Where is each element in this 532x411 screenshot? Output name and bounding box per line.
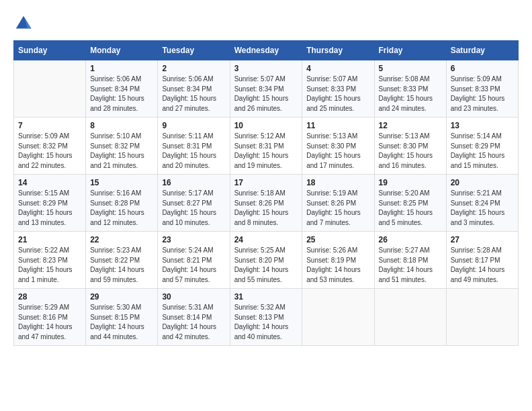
calendar-day-cell: 14Sunrise: 5:15 AM Sunset: 8:29 PM Dayli… <box>14 175 86 232</box>
day-number: 9 <box>162 121 225 130</box>
day-info: Sunrise: 5:27 AM Sunset: 8:18 PM Dayligh… <box>379 246 442 285</box>
calendar-day-cell: 5Sunrise: 5:08 AM Sunset: 8:33 PM Daylig… <box>374 60 446 118</box>
day-number: 19 <box>379 178 442 187</box>
day-info: Sunrise: 5:16 AM Sunset: 8:28 PM Dayligh… <box>90 189 153 228</box>
calendar-day-cell <box>302 289 374 346</box>
calendar-day-cell: 7Sunrise: 5:09 AM Sunset: 8:32 PM Daylig… <box>14 118 86 175</box>
calendar-day-cell: 6Sunrise: 5:09 AM Sunset: 8:33 PM Daylig… <box>446 60 518 118</box>
calendar-day-cell: 1Sunrise: 5:06 AM Sunset: 8:34 PM Daylig… <box>86 60 158 118</box>
calendar-day-cell: 19Sunrise: 5:20 AM Sunset: 8:25 PM Dayli… <box>374 175 446 232</box>
calendar-week-1: 1Sunrise: 5:06 AM Sunset: 8:34 PM Daylig… <box>14 60 519 118</box>
header-cell-monday: Monday <box>86 41 158 60</box>
calendar-table: SundayMondayTuesdayWednesdayThursdayFrid… <box>13 40 519 346</box>
day-number: 6 <box>451 64 514 73</box>
calendar-day-cell: 2Sunrise: 5:06 AM Sunset: 8:34 PM Daylig… <box>158 60 230 118</box>
day-info: Sunrise: 5:25 AM Sunset: 8:20 PM Dayligh… <box>234 246 298 285</box>
day-info: Sunrise: 5:31 AM Sunset: 8:14 PM Dayligh… <box>162 303 225 342</box>
day-number: 1 <box>90 64 153 73</box>
day-number: 24 <box>234 235 298 244</box>
day-info: Sunrise: 5:30 AM Sunset: 8:15 PM Dayligh… <box>90 303 153 342</box>
calendar-day-cell: 11Sunrise: 5:13 AM Sunset: 8:30 PM Dayli… <box>302 118 374 175</box>
day-number: 25 <box>306 235 369 244</box>
day-number: 29 <box>90 292 153 302</box>
day-number: 12 <box>379 121 442 130</box>
day-info: Sunrise: 5:20 AM Sunset: 8:25 PM Dayligh… <box>379 189 442 228</box>
calendar-day-cell: 21Sunrise: 5:22 AM Sunset: 8:23 PM Dayli… <box>14 232 86 289</box>
day-info: Sunrise: 5:22 AM Sunset: 8:23 PM Dayligh… <box>18 246 81 285</box>
calendar-day-cell: 4Sunrise: 5:07 AM Sunset: 8:33 PM Daylig… <box>302 60 374 118</box>
day-number: 14 <box>18 178 81 187</box>
calendar-day-cell: 26Sunrise: 5:27 AM Sunset: 8:18 PM Dayli… <box>374 232 446 289</box>
calendar-day-cell: 15Sunrise: 5:16 AM Sunset: 8:28 PM Dayli… <box>86 175 158 232</box>
day-info: Sunrise: 5:09 AM Sunset: 8:32 PM Dayligh… <box>18 132 81 171</box>
header-cell-thursday: Thursday <box>302 41 374 60</box>
day-number: 28 <box>18 292 81 302</box>
day-info: Sunrise: 5:06 AM Sunset: 8:34 PM Dayligh… <box>162 75 225 113</box>
calendar-day-cell: 13Sunrise: 5:14 AM Sunset: 8:29 PM Dayli… <box>446 118 518 175</box>
day-info: Sunrise: 5:07 AM Sunset: 8:34 PM Dayligh… <box>234 75 298 113</box>
day-info: Sunrise: 5:15 AM Sunset: 8:29 PM Dayligh… <box>18 189 81 228</box>
logo <box>13 13 36 34</box>
day-number: 22 <box>90 235 153 244</box>
day-number: 30 <box>162 292 225 302</box>
day-info: Sunrise: 5:17 AM Sunset: 8:27 PM Dayligh… <box>162 189 225 228</box>
calendar-day-cell <box>446 289 518 346</box>
day-info: Sunrise: 5:11 AM Sunset: 8:31 PM Dayligh… <box>162 132 225 171</box>
day-info: Sunrise: 5:06 AM Sunset: 8:34 PM Dayligh… <box>90 75 153 113</box>
day-number: 21 <box>18 235 81 244</box>
calendar-week-4: 21Sunrise: 5:22 AM Sunset: 8:23 PM Dayli… <box>14 232 519 289</box>
day-number: 2 <box>162 64 225 73</box>
day-info: Sunrise: 5:13 AM Sunset: 8:30 PM Dayligh… <box>306 132 369 171</box>
calendar-day-cell: 18Sunrise: 5:19 AM Sunset: 8:26 PM Dayli… <box>302 175 374 232</box>
day-number: 11 <box>306 121 369 130</box>
calendar-day-cell: 28Sunrise: 5:29 AM Sunset: 8:16 PM Dayli… <box>14 289 86 346</box>
day-number: 15 <box>90 178 153 187</box>
calendar-body: 1Sunrise: 5:06 AM Sunset: 8:34 PM Daylig… <box>14 60 519 346</box>
calendar-day-cell: 9Sunrise: 5:11 AM Sunset: 8:31 PM Daylig… <box>158 118 230 175</box>
calendar-day-cell: 27Sunrise: 5:28 AM Sunset: 8:17 PM Dayli… <box>446 232 518 289</box>
day-info: Sunrise: 5:28 AM Sunset: 8:17 PM Dayligh… <box>451 246 514 285</box>
day-info: Sunrise: 5:26 AM Sunset: 8:19 PM Dayligh… <box>306 246 369 285</box>
calendar-day-cell: 17Sunrise: 5:18 AM Sunset: 8:26 PM Dayli… <box>230 175 302 232</box>
calendar-day-cell: 10Sunrise: 5:12 AM Sunset: 8:31 PM Dayli… <box>230 118 302 175</box>
calendar-day-cell: 12Sunrise: 5:13 AM Sunset: 8:30 PM Dayli… <box>374 118 446 175</box>
calendar-day-cell <box>374 289 446 346</box>
day-number: 3 <box>234 64 298 73</box>
day-number: 23 <box>162 235 225 244</box>
day-number: 10 <box>234 121 298 130</box>
day-number: 17 <box>234 178 298 187</box>
day-info: Sunrise: 5:23 AM Sunset: 8:22 PM Dayligh… <box>90 246 153 285</box>
header-cell-tuesday: Tuesday <box>158 41 230 60</box>
calendar-week-5: 28Sunrise: 5:29 AM Sunset: 8:16 PM Dayli… <box>14 289 519 346</box>
day-info: Sunrise: 5:08 AM Sunset: 8:33 PM Dayligh… <box>379 75 442 113</box>
calendar-day-cell: 24Sunrise: 5:25 AM Sunset: 8:20 PM Dayli… <box>230 232 302 289</box>
page-header <box>13 13 519 34</box>
calendar-day-cell: 22Sunrise: 5:23 AM Sunset: 8:22 PM Dayli… <box>86 232 158 289</box>
calendar-header: SundayMondayTuesdayWednesdayThursdayFrid… <box>14 41 519 60</box>
day-info: Sunrise: 5:13 AM Sunset: 8:30 PM Dayligh… <box>379 132 442 171</box>
day-info: Sunrise: 5:10 AM Sunset: 8:32 PM Dayligh… <box>90 132 153 171</box>
calendar-day-cell: 31Sunrise: 5:32 AM Sunset: 8:13 PM Dayli… <box>230 289 302 346</box>
day-info: Sunrise: 5:07 AM Sunset: 8:33 PM Dayligh… <box>306 75 369 113</box>
day-number: 18 <box>306 178 369 187</box>
header-cell-sunday: Sunday <box>14 41 86 60</box>
day-number: 27 <box>451 235 514 244</box>
calendar-day-cell: 16Sunrise: 5:17 AM Sunset: 8:27 PM Dayli… <box>158 175 230 232</box>
day-info: Sunrise: 5:29 AM Sunset: 8:16 PM Dayligh… <box>18 303 81 342</box>
day-info: Sunrise: 5:19 AM Sunset: 8:26 PM Dayligh… <box>306 189 369 228</box>
calendar-day-cell: 30Sunrise: 5:31 AM Sunset: 8:14 PM Dayli… <box>158 289 230 346</box>
header-cell-friday: Friday <box>374 41 446 60</box>
day-info: Sunrise: 5:18 AM Sunset: 8:26 PM Dayligh… <box>234 189 298 228</box>
day-number: 7 <box>18 121 81 130</box>
header-cell-wednesday: Wednesday <box>230 41 302 60</box>
day-number: 5 <box>379 64 442 73</box>
calendar-week-3: 14Sunrise: 5:15 AM Sunset: 8:29 PM Dayli… <box>14 175 519 232</box>
logo-icon <box>13 13 34 34</box>
calendar-day-cell <box>14 60 86 118</box>
day-number: 26 <box>379 235 442 244</box>
calendar-day-cell: 29Sunrise: 5:30 AM Sunset: 8:15 PM Dayli… <box>86 289 158 346</box>
day-info: Sunrise: 5:14 AM Sunset: 8:29 PM Dayligh… <box>451 132 514 171</box>
calendar-day-cell: 20Sunrise: 5:21 AM Sunset: 8:24 PM Dayli… <box>446 175 518 232</box>
calendar-day-cell: 25Sunrise: 5:26 AM Sunset: 8:19 PM Dayli… <box>302 232 374 289</box>
header-cell-saturday: Saturday <box>446 41 518 60</box>
